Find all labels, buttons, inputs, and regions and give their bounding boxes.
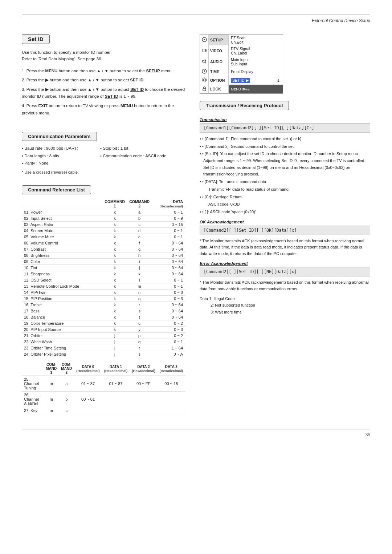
cable-note: * Use a crossed (reverse) cable. bbox=[22, 170, 185, 174]
data-code-title: Data 1: Illegal Code bbox=[200, 295, 370, 302]
table-row: 18. Balancekt0 ~ 64 bbox=[22, 314, 185, 320]
ok-ack-label: OK Acknowledgement bbox=[200, 220, 370, 224]
param-baud: • Baud rate : 9600 bps (UART) bbox=[22, 145, 78, 152]
ext-table-body: 25. Channel Tuning m a 01 ~ 87 01 ~ 87 0… bbox=[22, 376, 185, 414]
table-row: 09. Colorki0 ~ 64 bbox=[22, 259, 185, 265]
top-bar: External Control Device Setup bbox=[22, 15, 370, 23]
table-row: 27. Key m c bbox=[22, 407, 185, 414]
left-column: Set ID Use this function to specify a mo… bbox=[22, 34, 185, 414]
param-comm-code: • Communication code : ASCII code bbox=[100, 152, 166, 160]
table-header: COMMAND 1 COMMAND 2 DATA(Hexadecimal) bbox=[22, 199, 185, 209]
table-row: 10. Tintkj0 ~ 64 bbox=[22, 265, 185, 271]
bottom-divider bbox=[22, 429, 370, 429]
comm-params-right: • Stop bit : 1 bit • Communication code … bbox=[100, 145, 166, 167]
data-code-2: 2: Not supported function bbox=[200, 302, 370, 309]
th-name bbox=[22, 199, 102, 209]
transmission-bar: [Command1][Command2][ ][Set ID][ ][Data]… bbox=[200, 123, 370, 133]
page-header-title: External Control Device Setup bbox=[312, 18, 370, 23]
th-cmd1: COMMAND 1 bbox=[102, 199, 127, 209]
menu-row-option: OPTION SET ID ▶ 1 bbox=[200, 76, 283, 85]
setup-icon bbox=[201, 37, 207, 43]
menu-row-audio: AUDIO Main InputSub Input bbox=[200, 56, 283, 67]
table-row: 01. Powerka0 ~ 1 bbox=[22, 209, 185, 215]
table-row: 23. Orbiter Time Settingjr1 ~ 64 bbox=[22, 345, 185, 351]
table-row: 05. Volume Muteke0 ~ 1 bbox=[22, 234, 185, 240]
trans-title: Transmission / Receiving Protocol bbox=[206, 103, 283, 108]
bullet-cr: • [Cr]: Carriage Return bbox=[200, 194, 370, 201]
svg-rect-7 bbox=[203, 89, 206, 91]
table-row: 13. Remote Control Lock Modekm0 ~ 1 bbox=[22, 283, 185, 290]
table-row: 26. Channel Add/Del m b 00 ~ 01 bbox=[22, 392, 185, 407]
bullet-space: • [ ]: ASCII code 'space (0x20)' bbox=[200, 209, 370, 215]
svg-point-6 bbox=[202, 78, 207, 82]
cmd-ref-heading-box: Command Reference List bbox=[22, 185, 91, 194]
th-cmd2: COMMAND 2 bbox=[127, 199, 152, 209]
table-row: 14. PIP/Twinkn0 ~ 3 bbox=[22, 290, 185, 296]
bullet-cmd2: • [Command 2]: Second command to control… bbox=[200, 143, 370, 150]
right-column: SETUP EZ ScanCh.Edit VIDEO DTV SignalCh.… bbox=[200, 34, 370, 414]
set-id-steps: 1. Press the MENU button and then use ▲ … bbox=[22, 68, 185, 117]
svg-rect-2 bbox=[202, 49, 205, 52]
table-row: 12. OSD Selectkl0 ~ 1 bbox=[22, 277, 185, 283]
step-3: 3. Press the ▶ button and then use ▲ / ▼… bbox=[22, 86, 185, 100]
extended-command-table: COM-MAND 1 COM-MAND 2 DATA 0(Hexadecimal… bbox=[22, 361, 185, 414]
table-body: 01. Powerka0 ~ 1 02. Input Selectkb0 ~ 9… bbox=[22, 209, 185, 357]
main-content: Set ID Use this function to specify a mo… bbox=[22, 34, 370, 414]
time-icon bbox=[201, 68, 207, 74]
setup-menu-visual: SETUP EZ ScanCh.Edit VIDEO DTV SignalCh.… bbox=[200, 34, 370, 94]
svg-point-1 bbox=[204, 39, 205, 40]
th-data: DATA(Hexadecimal) bbox=[152, 199, 185, 209]
table-row: 07. Contrastkg0 ~ 64 bbox=[22, 246, 185, 252]
command-table: COMMAND 1 COMMAND 2 DATA(Hexadecimal) 01… bbox=[22, 199, 185, 357]
comm-params-heading-box: Communication Parameters bbox=[22, 132, 97, 141]
data-code-3: 3: Wait more time bbox=[200, 309, 370, 316]
table-row: 22. White Washjq0 ~ 1 bbox=[22, 339, 185, 345]
param-data: • Data length : 8 bits bbox=[22, 152, 78, 160]
table-row: 02. Input Selectkb0 ~ 9 bbox=[22, 215, 185, 222]
comm-params-title: Communication Parameters bbox=[28, 134, 91, 139]
set-id-heading-box: Set ID bbox=[22, 34, 50, 44]
menu-row-time: TIME Front Display bbox=[200, 67, 283, 76]
transmission-bullets: • [Command 1]: First command to control … bbox=[200, 136, 370, 215]
ok-ack-bar: [Command2][ ][Set ID][ ][OK][Data][x] bbox=[200, 226, 370, 235]
page-container: External Control Device Setup Set ID Use… bbox=[0, 0, 392, 554]
error-ack-label: Error Acknowledgement bbox=[200, 261, 370, 266]
trans-heading-box: Transmission / Receiving Protocol bbox=[200, 101, 289, 110]
table-row: 03. Aspect Ratiokc0 ~ 15 bbox=[22, 222, 185, 228]
set-id-description: Use this function to specify a monitor I… bbox=[22, 49, 185, 62]
table-row: 17. Bassks0 ~ 64 bbox=[22, 308, 185, 314]
step-4: 4. Press EXIT button to return to TV vie… bbox=[22, 102, 185, 117]
table-row: 19. Color Temperatureku0 ~ 2 bbox=[22, 320, 185, 327]
error-ack-note: * The Monitor transmits ACK (acknowledge… bbox=[200, 279, 370, 292]
menu-row-setup: SETUP EZ ScanCh.Edit bbox=[200, 35, 283, 46]
table-row: 04. Screen Mutekd0 ~ 1 bbox=[22, 228, 185, 234]
table-row: 08. Brightnesskh0 ~ 64 bbox=[22, 252, 185, 259]
table-row: 06. Volume Controlkf0 ~ 64 bbox=[22, 240, 185, 246]
transmission-label: Transmission bbox=[200, 117, 370, 122]
bullet-cr-sub: ASCII code '0x0D' bbox=[200, 201, 370, 208]
transmission-section: Transmission [Command1][Command2][ ][Set… bbox=[200, 117, 370, 316]
table-row: 20. PIP Input Sourceky0 ~ 3 bbox=[22, 327, 185, 333]
table-row: 15. PIP Positionkq0 ~ 3 bbox=[22, 296, 185, 302]
page-number: 35 bbox=[22, 432, 370, 437]
comm-params-list: • Baud rate : 9600 bps (UART) • Data len… bbox=[22, 145, 185, 167]
menu-row-lock: LOCK MENU /Rev. bbox=[200, 85, 283, 94]
svg-point-5 bbox=[203, 79, 205, 81]
table-row: 16. Treblekr0 ~ 64 bbox=[22, 302, 185, 308]
table-row: 25. Channel Tuning m a 01 ~ 87 01 ~ 87 0… bbox=[22, 376, 185, 392]
bullet-data-sub: Transmit 'FF' data to read status of com… bbox=[200, 186, 370, 193]
option-icon bbox=[201, 77, 207, 83]
lock-icon bbox=[201, 86, 207, 92]
comm-params-content: • Baud rate : 9600 bps (UART) • Data len… bbox=[22, 145, 185, 174]
menu-row-video: VIDEO DTV SignalCh. Label bbox=[200, 45, 283, 56]
video-icon bbox=[201, 48, 207, 53]
table-row: 11. Sharpnesskk0 ~ 64 bbox=[22, 271, 185, 277]
table-row: 24. Orbiter Pixel Settingjs0 ~ A bbox=[22, 351, 185, 357]
step-2: 2. Press the ▶ button and then use ▲ / ▼… bbox=[22, 77, 185, 84]
error-ack-bar: [Command2][ ][Set ID][ ][NG][Data][x] bbox=[200, 267, 370, 276]
setup-menu-table: SETUP EZ ScanCh.Edit VIDEO DTV SignalCh.… bbox=[200, 34, 283, 94]
bullet-setid: • [Set ID]: You can adjust the set ID to… bbox=[200, 150, 370, 178]
param-parity: • Parity : None bbox=[22, 159, 78, 167]
bullet-data: • [DATA]: To transmit command data. bbox=[200, 178, 370, 185]
param-stop: • Stop bit : 1 bit bbox=[100, 145, 166, 152]
